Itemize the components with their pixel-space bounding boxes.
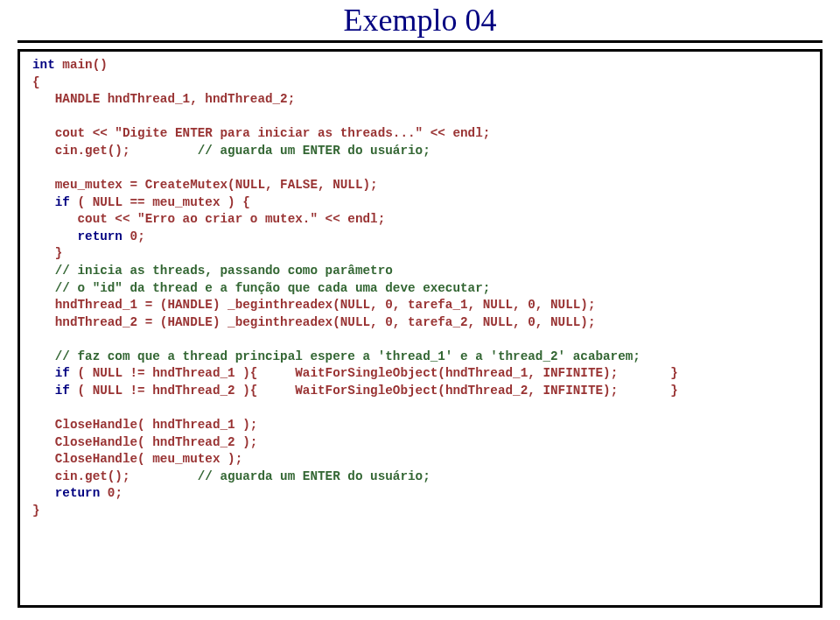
- code-text: cin.get();: [32, 144, 198, 158]
- comment: // aguarda um ENTER do usuário;: [198, 144, 430, 158]
- code-text: }: [32, 504, 40, 518]
- code-text: }: [32, 246, 62, 260]
- code-frame: int main() { HANDLE hndThread_1, hndThre…: [18, 49, 822, 608]
- title-rule: [18, 40, 822, 43]
- code-text: HANDLE hndThread_1, hndThread_2;: [32, 92, 295, 106]
- kw-return: return: [32, 229, 122, 243]
- comment: // faz com que a thread principal espere…: [32, 349, 640, 363]
- kw-if: if: [32, 366, 70, 380]
- comment: // o "id" da thread e a função que cada …: [32, 281, 490, 295]
- code-text: CloseHandle( hndThread_2 );: [32, 435, 257, 449]
- kw-int: int: [32, 58, 55, 72]
- code-text: cout << "Erro ao criar o mutex." << endl…: [32, 212, 385, 226]
- code-text: 0;: [122, 229, 145, 243]
- code-text: 0;: [100, 486, 122, 500]
- kw-return: return: [32, 486, 100, 500]
- code-block: int main() { HANDLE hndThread_1, hndThre…: [32, 57, 808, 520]
- code-text: cin.get();: [32, 469, 198, 483]
- code-text: main(): [55, 58, 108, 72]
- slide-title: Exemplo 04: [0, 2, 840, 39]
- code-text: hndThread_1 = (HANDLE) _beginthreadex(NU…: [32, 298, 595, 312]
- code-text: meu_mutex = CreateMutex(NULL, FALSE, NUL…: [32, 178, 378, 192]
- code-text: CloseHandle( hndThread_1 );: [32, 418, 257, 432]
- code-text: cout << "Digite ENTER para iniciar as th…: [32, 126, 490, 140]
- comment: // inicia as threads, passando como parâ…: [32, 264, 393, 278]
- kw-if: if: [32, 195, 70, 209]
- code-text: {: [32, 75, 40, 89]
- comment: // aguarda um ENTER do usuário;: [198, 469, 430, 483]
- code-text: ( NULL != hndThread_2 ){ WaitForSingleOb…: [70, 384, 678, 398]
- code-text: ( NULL == meu_mutex ) {: [70, 195, 250, 209]
- code-text: ( NULL != hndThread_1 ){ WaitForSingleOb…: [70, 366, 678, 380]
- code-text: CloseHandle( meu_mutex );: [32, 452, 242, 466]
- code-text: hndThread_2 = (HANDLE) _beginthreadex(NU…: [32, 315, 595, 329]
- kw-if: if: [32, 384, 70, 398]
